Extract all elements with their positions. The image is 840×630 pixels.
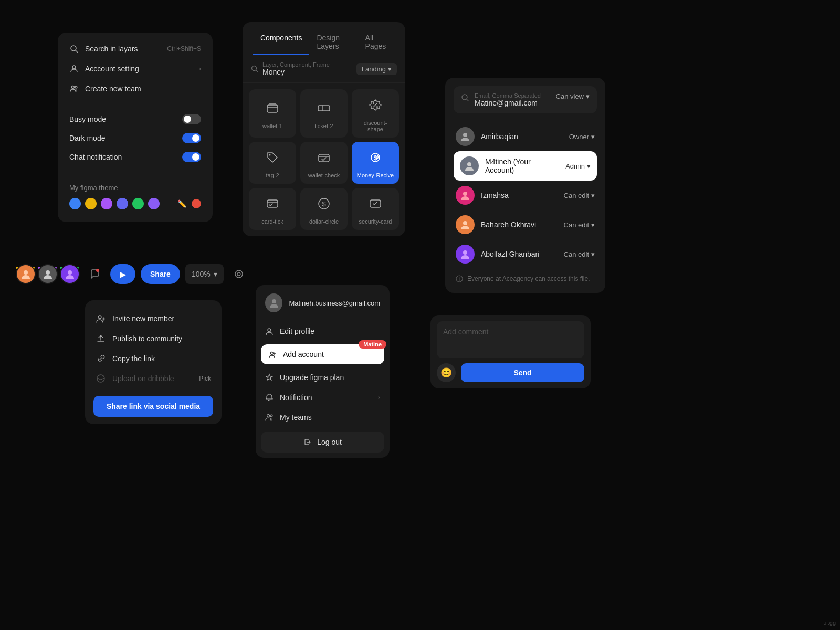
user-perm-izmahsa[interactable]: Can edit ▾ [564,192,595,200]
user-row-m4tineh: M4tineh (Your Account) Admin ▾ [454,151,597,181]
account-icon [69,64,79,74]
svg-point-32 [96,269,99,272]
svg-text:i: i [459,277,460,282]
tab-all-pages[interactable]: All Pages [358,29,395,55]
create-team-item[interactable]: Create new team [58,79,213,99]
share-social-button[interactable]: Share link via social media [93,396,213,417]
email-search-icon [461,93,469,102]
divider-2 [58,172,213,172]
svg-point-33 [235,270,243,278]
watermark: ui.gg [823,620,836,626]
bottom-toolbar: ▶ Share 100% ▾ [16,264,249,284]
comp-item-discount[interactable]: discount-shape [352,89,399,138]
logout-item[interactable]: Log out [261,432,384,453]
add-account-icon [268,350,277,359]
frame-selector[interactable]: Landing ▾ [356,63,397,75]
emoji-button[interactable]: 😊 [437,363,456,382]
theme-dot-red[interactable] [192,199,201,208]
theme-dot-purple[interactable] [101,198,112,209]
zoom-selector[interactable]: 100% ▾ [185,264,224,284]
comp-item-ticket2[interactable]: ticket-2 [300,89,348,138]
invite-icon [96,314,106,323]
chevron-down-icon: ▾ [591,250,595,258]
copy-link-item[interactable]: Copy the link [85,349,222,369]
notification-item[interactable]: Notifiction › [256,387,390,407]
theme-dot-indigo[interactable] [117,198,128,209]
comp-item-money-receive[interactable]: $ Money-Recive [352,142,399,184]
search-in-layers-item[interactable]: Search in layars Ctrl+Shift+S [58,39,213,59]
share-button[interactable]: Share [141,264,180,284]
publish-community-item[interactable]: Publish to community [85,329,222,349]
user-perm-abolfazl[interactable]: Can edit ▾ [564,250,595,258]
user-perm-m4tineh[interactable]: Admin ▾ [565,162,591,170]
settings-button[interactable] [229,264,249,284]
theme-dot-green[interactable] [132,198,144,209]
tab-components[interactable]: Components [253,29,309,55]
user-perm-amirbaqian[interactable]: Owner ▾ [569,133,595,141]
my-teams-item[interactable]: My teams [256,407,390,427]
component-search-field[interactable]: Layer, Component, Frame Money [262,61,352,76]
chevron-down-icon: ▾ [586,92,590,100]
svg-point-29 [24,270,28,275]
svg-line-6 [256,70,258,72]
user-row-abolfazl: Abolfazl Ghanbari Can edit ▾ [454,239,597,269]
theme-section: My figma theme ✏️ [58,177,213,216]
frame-label: Landing [362,65,386,73]
avatar-bahareh [456,215,475,234]
avatar-m4tineh [460,156,479,175]
eyedropper-icon[interactable]: ✏️ [176,198,187,209]
comp-item-dollar-circle[interactable]: $ dollar-circle [300,188,348,230]
comp-item-security-card[interactable]: security-card [352,188,399,230]
invite-member-item[interactable]: Invite new member [85,309,222,329]
share-link-panel: Invite new member Publish to community C… [85,300,222,424]
user-name-bahareh: Bahareh Okhravi [481,220,558,229]
chat-notification-toggle[interactable] [182,152,201,162]
share-email-content[interactable]: Email, Comma Separated Matine@gmail.com [475,92,551,107]
svg-point-41 [270,415,272,417]
dark-mode-toggle[interactable] [182,133,201,143]
collaborator-avatars [16,264,80,284]
theme-dot-blue[interactable] [69,198,81,209]
avatar-user3[interactable] [60,264,80,284]
search-icon [251,65,258,72]
play-button[interactable]: ▶ [110,264,135,284]
svg-point-11 [376,106,378,108]
account-label: Acccount setting [85,65,139,73]
send-button[interactable]: Send [461,363,584,382]
can-view-dropdown[interactable]: Can view ▾ [556,92,590,100]
busy-mode-toggle[interactable] [182,114,201,124]
chevron-down-icon: ▾ [591,192,595,200]
component-search-row: Layer, Component, Frame Money Landing ▾ [243,55,405,83]
edit-profile-item[interactable]: Edit profile [256,321,390,341]
ticket2-label: ticket-2 [314,123,333,129]
avatar-abolfazl [456,245,475,264]
chevron-down-icon: ▾ [591,133,595,141]
tab-design-layers[interactable]: Design Layers [309,29,358,55]
comp-item-wallet-check[interactable]: wallet-check [300,142,348,184]
account-setting-item[interactable]: Acccount setting › [58,59,213,79]
theme-dot-yellow[interactable] [85,198,97,209]
comment-actions: 😊 Send [437,363,584,382]
user-perm-bahareh[interactable]: Can edit ▾ [564,221,595,229]
comp-item-wallet1[interactable]: wallet-1 [249,89,296,138]
wallet-check-icon [317,150,331,168]
comment-input[interactable]: Add comment [437,321,584,358]
link-icon [96,354,106,363]
avatar-user1[interactable] [16,264,36,284]
comp-item-tag2[interactable]: tag-2 [249,142,296,184]
svg-point-4 [75,86,77,88]
layers-menu: Search in layars Ctrl+Shift+S Acccount s… [58,33,213,222]
search-shortcut: Ctrl+Shift+S [167,45,201,52]
upgrade-figma-label: Upgrade figma plan [280,373,344,382]
chevron-down-icon: ▾ [591,221,595,229]
comment-icon-button[interactable] [85,264,105,284]
svg-point-35 [98,316,101,319]
components-panel: Components Design Layers All Pages Layer… [243,22,405,236]
avatar-user2[interactable] [38,264,58,284]
upload-dribbble-item: Upload on dribbble Pick [85,369,222,388]
upgrade-figma-item[interactable]: Upgrade figma plan [256,368,390,387]
account-email: Matineh.business@gmail.com [289,299,380,307]
components-grid: wallet-1 ticket-2 discount-s [243,83,405,236]
comp-item-card-tick[interactable]: card-tick [249,188,296,230]
theme-dot-violet[interactable] [148,198,160,209]
